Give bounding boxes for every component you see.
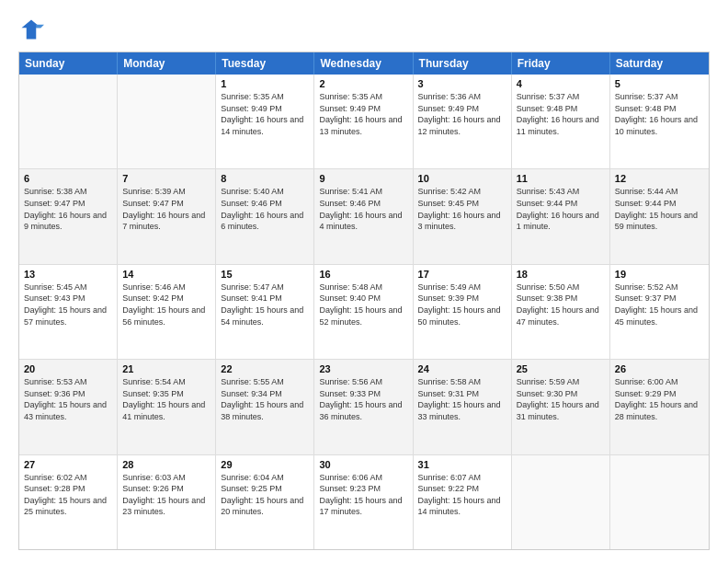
cell-info: Sunrise: 5:46 AM Sunset: 9:42 PM Dayligh… <box>122 282 210 327</box>
cell-info: Sunrise: 5:48 AM Sunset: 9:40 PM Dayligh… <box>319 282 407 327</box>
calendar-cell: 28Sunrise: 6:03 AM Sunset: 9:26 PM Dayli… <box>118 455 216 549</box>
cell-info: Sunrise: 5:49 AM Sunset: 9:39 PM Dayligh… <box>418 282 506 327</box>
day-number: 7 <box>122 173 210 184</box>
calendar-row: 13Sunrise: 5:45 AM Sunset: 9:43 PM Dayli… <box>19 265 709 360</box>
day-number: 26 <box>615 363 704 374</box>
calendar-cell: 12Sunrise: 5:44 AM Sunset: 9:44 PM Dayli… <box>610 169 709 263</box>
cell-info: Sunrise: 5:39 AM Sunset: 9:47 PM Dayligh… <box>122 186 210 232</box>
calendar-cell: 15Sunrise: 5:47 AM Sunset: 9:41 PM Dayli… <box>216 265 314 359</box>
cell-info: Sunrise: 6:00 AM Sunset: 9:29 PM Dayligh… <box>615 376 704 422</box>
day-number: 25 <box>517 363 605 374</box>
calendar-cell: 21Sunrise: 5:54 AM Sunset: 9:35 PM Dayli… <box>118 360 216 454</box>
day-number: 12 <box>615 173 704 184</box>
cell-info: Sunrise: 5:36 AM Sunset: 9:49 PM Dayligh… <box>418 91 506 137</box>
day-number: 5 <box>615 78 704 89</box>
cell-info: Sunrise: 5:44 AM Sunset: 9:44 PM Dayligh… <box>615 186 704 232</box>
day-number: 21 <box>122 363 210 374</box>
weekday-header: Friday <box>512 52 610 75</box>
cell-info: Sunrise: 5:47 AM Sunset: 9:41 PM Dayligh… <box>221 282 309 327</box>
cell-info: Sunrise: 5:43 AM Sunset: 9:44 PM Dayligh… <box>517 186 605 232</box>
calendar-cell: 24Sunrise: 5:58 AM Sunset: 9:31 PM Dayli… <box>414 360 512 454</box>
calendar-row: 20Sunrise: 5:53 AM Sunset: 9:36 PM Dayli… <box>19 360 709 454</box>
day-number: 18 <box>517 269 605 280</box>
day-number: 29 <box>221 459 309 470</box>
calendar-cell: 26Sunrise: 6:00 AM Sunset: 9:29 PM Dayli… <box>610 360 709 454</box>
day-number: 6 <box>24 173 112 184</box>
day-number: 27 <box>24 459 112 470</box>
cell-info: Sunrise: 5:59 AM Sunset: 9:30 PM Dayligh… <box>517 376 605 422</box>
day-number: 14 <box>122 269 210 280</box>
calendar-cell: 2Sunrise: 5:35 AM Sunset: 9:49 PM Daylig… <box>314 75 413 168</box>
day-number: 9 <box>319 173 407 184</box>
calendar-cell: 5Sunrise: 5:37 AM Sunset: 9:48 PM Daylig… <box>610 75 709 168</box>
calendar-cell: 29Sunrise: 6:04 AM Sunset: 9:25 PM Dayli… <box>216 455 314 549</box>
cell-info: Sunrise: 5:38 AM Sunset: 9:47 PM Dayligh… <box>24 186 112 232</box>
cell-info: Sunrise: 5:50 AM Sunset: 9:38 PM Dayligh… <box>517 282 605 327</box>
calendar-row: 27Sunrise: 6:02 AM Sunset: 9:28 PM Dayli… <box>19 455 709 549</box>
cell-info: Sunrise: 6:04 AM Sunset: 9:25 PM Dayligh… <box>221 472 309 518</box>
cell-info: Sunrise: 5:55 AM Sunset: 9:34 PM Dayligh… <box>221 376 309 422</box>
cell-info: Sunrise: 6:03 AM Sunset: 9:26 PM Dayligh… <box>122 472 210 518</box>
day-number: 24 <box>418 363 506 374</box>
calendar-cell: 8Sunrise: 5:40 AM Sunset: 9:46 PM Daylig… <box>216 169 314 263</box>
cell-info: Sunrise: 5:52 AM Sunset: 9:37 PM Dayligh… <box>615 282 704 327</box>
cell-info: Sunrise: 5:35 AM Sunset: 9:49 PM Dayligh… <box>319 91 407 137</box>
day-number: 8 <box>221 173 309 184</box>
calendar-cell: 1Sunrise: 5:35 AM Sunset: 9:49 PM Daylig… <box>216 75 314 168</box>
cell-info: Sunrise: 5:41 AM Sunset: 9:46 PM Dayligh… <box>319 186 407 232</box>
calendar-cell: 19Sunrise: 5:52 AM Sunset: 9:37 PM Dayli… <box>610 265 709 359</box>
calendar-cell: 27Sunrise: 6:02 AM Sunset: 9:28 PM Dayli… <box>19 455 118 549</box>
calendar: SundayMondayTuesdayWednesdayThursdayFrid… <box>18 52 710 550</box>
logo-icon <box>18 17 44 42</box>
svg-marker-1 <box>36 25 44 29</box>
cell-info: Sunrise: 5:37 AM Sunset: 9:48 PM Dayligh… <box>517 91 605 137</box>
header <box>18 17 710 42</box>
weekday-header: Saturday <box>610 52 709 75</box>
calendar-cell: 9Sunrise: 5:41 AM Sunset: 9:46 PM Daylig… <box>314 169 413 263</box>
cell-info: Sunrise: 6:06 AM Sunset: 9:23 PM Dayligh… <box>319 472 407 518</box>
cell-info: Sunrise: 5:53 AM Sunset: 9:36 PM Dayligh… <box>24 376 112 422</box>
calendar-cell: 11Sunrise: 5:43 AM Sunset: 9:44 PM Dayli… <box>512 169 610 263</box>
day-number: 17 <box>418 269 506 280</box>
weekday-header: Monday <box>118 52 216 75</box>
day-number: 22 <box>221 363 309 374</box>
cell-info: Sunrise: 5:45 AM Sunset: 9:43 PM Dayligh… <box>24 282 112 327</box>
cell-info: Sunrise: 5:42 AM Sunset: 9:45 PM Dayligh… <box>418 186 506 232</box>
calendar-cell <box>19 75 118 168</box>
weekday-header: Tuesday <box>216 52 314 75</box>
day-number: 4 <box>517 78 605 89</box>
calendar-cell: 18Sunrise: 5:50 AM Sunset: 9:38 PM Dayli… <box>512 265 610 359</box>
calendar-cell: 4Sunrise: 5:37 AM Sunset: 9:48 PM Daylig… <box>512 75 610 168</box>
logo <box>18 17 48 42</box>
cell-info: Sunrise: 5:35 AM Sunset: 9:49 PM Dayligh… <box>221 91 309 137</box>
day-number: 13 <box>24 269 112 280</box>
cell-info: Sunrise: 5:54 AM Sunset: 9:35 PM Dayligh… <box>122 376 210 422</box>
day-number: 19 <box>615 269 704 280</box>
calendar-cell <box>610 455 709 549</box>
calendar-cell: 10Sunrise: 5:42 AM Sunset: 9:45 PM Dayli… <box>414 169 512 263</box>
cell-info: Sunrise: 5:56 AM Sunset: 9:33 PM Dayligh… <box>319 376 407 422</box>
calendar-cell <box>512 455 610 549</box>
calendar-cell: 30Sunrise: 6:06 AM Sunset: 9:23 PM Dayli… <box>314 455 413 549</box>
cell-info: Sunrise: 5:58 AM Sunset: 9:31 PM Dayligh… <box>418 376 506 422</box>
svg-marker-0 <box>22 20 41 40</box>
calendar-cell: 25Sunrise: 5:59 AM Sunset: 9:30 PM Dayli… <box>512 360 610 454</box>
calendar-row: 1Sunrise: 5:35 AM Sunset: 9:49 PM Daylig… <box>19 75 709 169</box>
page: SundayMondayTuesdayWednesdayThursdayFrid… <box>0 0 728 563</box>
calendar-cell: 20Sunrise: 5:53 AM Sunset: 9:36 PM Dayli… <box>19 360 118 454</box>
day-number: 20 <box>24 363 112 374</box>
calendar-cell: 13Sunrise: 5:45 AM Sunset: 9:43 PM Dayli… <box>19 265 118 359</box>
day-number: 28 <box>122 459 210 470</box>
calendar-row: 6Sunrise: 5:38 AM Sunset: 9:47 PM Daylig… <box>19 169 709 264</box>
weekday-header: Sunday <box>19 52 118 75</box>
day-number: 3 <box>418 78 506 89</box>
calendar-cell: 7Sunrise: 5:39 AM Sunset: 9:47 PM Daylig… <box>118 169 216 263</box>
calendar-cell: 3Sunrise: 5:36 AM Sunset: 9:49 PM Daylig… <box>414 75 512 168</box>
calendar-cell: 31Sunrise: 6:07 AM Sunset: 9:22 PM Dayli… <box>414 455 512 549</box>
cell-info: Sunrise: 6:07 AM Sunset: 9:22 PM Dayligh… <box>418 472 506 518</box>
calendar-cell: 22Sunrise: 5:55 AM Sunset: 9:34 PM Dayli… <box>216 360 314 454</box>
calendar-cell: 14Sunrise: 5:46 AM Sunset: 9:42 PM Dayli… <box>118 265 216 359</box>
cell-info: Sunrise: 5:40 AM Sunset: 9:46 PM Dayligh… <box>221 186 309 232</box>
cell-info: Sunrise: 5:37 AM Sunset: 9:48 PM Dayligh… <box>615 91 704 137</box>
calendar-cell <box>118 75 216 168</box>
